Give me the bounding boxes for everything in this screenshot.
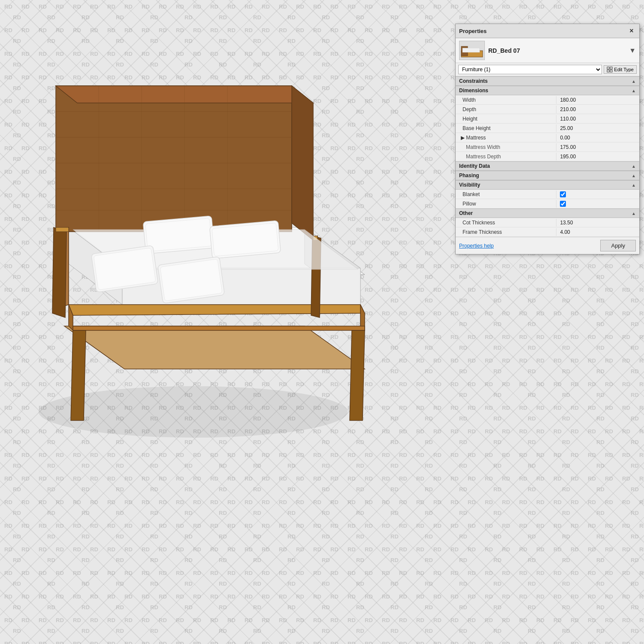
- prop-row-blanket: Blanket: [456, 190, 639, 199]
- svg-rect-37: [145, 218, 212, 252]
- apply-button[interactable]: Apply: [600, 240, 636, 251]
- panel-titlebar: Properties ×: [456, 24, 639, 38]
- phasing-toggle[interactable]: ▲: [632, 173, 636, 178]
- type-selector-row: Furniture (1) Edit Type: [456, 63, 639, 76]
- svg-rect-39: [212, 223, 278, 257]
- frame-thickness-label: Frame Thickness: [456, 228, 556, 236]
- svg-marker-33: [56, 227, 69, 232]
- section-other[interactable]: Other ▲: [456, 209, 639, 218]
- section-identity-data[interactable]: Identity Data ▲: [456, 161, 639, 171]
- svg-marker-28: [73, 326, 365, 330]
- close-button[interactable]: ×: [627, 27, 636, 35]
- pillow-label: Pillow: [456, 200, 556, 208]
- blanket-label: Blanket: [456, 190, 556, 198]
- depth-label: Depth: [456, 106, 556, 113]
- svg-marker-10: [122, 268, 360, 305]
- section-constraints[interactable]: Constraints ▲: [456, 76, 639, 86]
- mattress-label: ▶ Mattress: [456, 134, 556, 142]
- bed-illustration: [13, 17, 399, 468]
- cot-thickness-value[interactable]: 13.50: [556, 219, 639, 227]
- section-phasing[interactable]: Phasing ▲: [456, 171, 639, 180]
- dimensions-toggle[interactable]: ▲: [632, 88, 636, 93]
- prop-row-base-height: Base Height 25.00: [456, 124, 639, 133]
- visibility-toggle[interactable]: ▲: [632, 183, 636, 187]
- prop-row-depth: Depth 210.00: [456, 105, 639, 114]
- prop-row-cot-thickness: Cot Thickness 13.50: [456, 218, 639, 227]
- prop-row-mattress-depth: Mattress Depth 195.00: [456, 152, 639, 161]
- svg-rect-50: [610, 70, 612, 72]
- section-dimensions[interactable]: Dimensions ▲: [456, 86, 639, 95]
- svg-rect-49: [607, 70, 609, 72]
- base-height-value[interactable]: 25.00: [556, 124, 639, 132]
- edit-type-icon: [607, 67, 613, 73]
- object-dropdown-arrow[interactable]: ▼: [629, 47, 636, 54]
- frame-thickness-value[interactable]: 4.00: [556, 228, 639, 236]
- prop-row-mattress-width: Mattress Width 175.00: [456, 142, 639, 152]
- prop-row-frame-thickness: Frame Thickness 4.00: [456, 227, 639, 237]
- type-dropdown[interactable]: Furniture (1): [458, 65, 602, 74]
- svg-rect-47: [607, 67, 609, 69]
- svg-marker-30: [350, 330, 365, 420]
- edit-type-button[interactable]: Edit Type: [604, 65, 637, 74]
- properties-panel: Properties × RD_Bed 07 ▼ Furniture (1) E: [455, 24, 640, 254]
- prop-row-width: Width 180.00: [456, 95, 639, 105]
- cot-thickness-label: Cot Thickness: [456, 219, 556, 227]
- blanket-checkbox-cell: [556, 190, 639, 198]
- constraints-toggle[interactable]: ▲: [632, 79, 636, 84]
- prop-row-mattress: ▶ Mattress 0.00: [456, 133, 639, 142]
- panel-title: Properties: [459, 28, 487, 34]
- pillow-checkbox-cell: [556, 200, 639, 208]
- mattress-depth-value[interactable]: 195.00: [556, 153, 639, 160]
- mattress-width-value[interactable]: 175.00: [556, 143, 639, 151]
- svg-rect-46: [463, 48, 480, 52]
- width-value[interactable]: 180.00: [556, 96, 639, 104]
- svg-marker-5: [64, 326, 365, 369]
- mattress-value[interactable]: 0.00: [556, 134, 639, 142]
- width-label: Width: [456, 96, 556, 104]
- height-value[interactable]: 110.00: [556, 115, 639, 123]
- base-height-label: Base Height: [456, 124, 556, 132]
- blanket-checkbox[interactable]: [560, 191, 566, 197]
- svg-marker-29: [71, 330, 86, 420]
- section-visibility[interactable]: Visibility ▲: [456, 180, 639, 190]
- svg-marker-11: [56, 86, 292, 232]
- object-thumbnail: [459, 41, 485, 60]
- svg-marker-13: [292, 86, 313, 240]
- properties-help-link[interactable]: Properties help: [459, 243, 494, 249]
- svg-point-4: [39, 386, 348, 438]
- depth-value[interactable]: 210.00: [556, 106, 639, 113]
- pillow-checkbox[interactable]: [560, 201, 566, 207]
- mattress-depth-label: Mattress Depth: [456, 153, 556, 160]
- prop-row-height: Height 110.00: [456, 114, 639, 124]
- svg-marker-31: [52, 227, 67, 317]
- other-toggle[interactable]: ▲: [632, 211, 636, 216]
- height-label: Height: [456, 115, 556, 123]
- mattress-width-label: Mattress Width: [456, 143, 556, 151]
- svg-rect-48: [610, 67, 612, 69]
- panel-header: RD_Bed 07 ▼: [456, 38, 639, 63]
- prop-row-pillow: Pillow: [456, 199, 639, 209]
- svg-marker-25: [69, 305, 365, 315]
- identity-data-toggle[interactable]: ▲: [632, 164, 636, 169]
- object-name: RD_Bed 07: [488, 47, 626, 54]
- panel-bottom: Properties help Apply: [456, 237, 639, 254]
